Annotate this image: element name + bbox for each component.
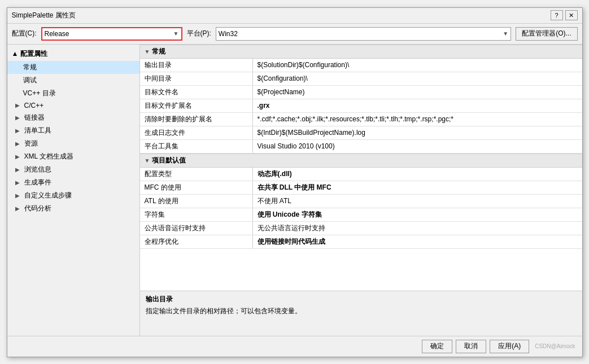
platform-label: 平台(P): bbox=[187, 29, 211, 38]
config-manager-button[interactable]: 配置管理器(O)... bbox=[516, 27, 577, 41]
platform-dropdown[interactable]: Win32 ▼ bbox=[216, 27, 511, 41]
tree-item-label: 链接器 bbox=[24, 113, 45, 122]
prop-value: $(IntDir)$(MSBuildProjectName).log bbox=[253, 126, 582, 139]
tree-item[interactable]: ▶代码分析 bbox=[7, 202, 139, 215]
tree-expand-arrow: ▶ bbox=[15, 179, 22, 186]
prop-name: 中间目录 bbox=[140, 72, 253, 85]
prop-value: 使用 Unicode 字符集 bbox=[253, 208, 582, 221]
tree-item[interactable]: ▶生成事件 bbox=[7, 176, 139, 189]
bottom-bar: 确定 取消 应用(A) CSDN@Aimock bbox=[7, 336, 582, 357]
tree-item-label: 资源 bbox=[24, 139, 38, 148]
apply-button[interactable]: 应用(A) bbox=[490, 340, 529, 353]
prop-value: 无公共语言运行时支持 bbox=[253, 222, 582, 235]
config-label: 配置(C): bbox=[12, 29, 37, 38]
tree-expand-arrow: ▶ bbox=[15, 192, 22, 199]
description-area: 输出目录 指定输出文件目录的相对路径；可以包含环境变量。 bbox=[140, 291, 582, 336]
prop-row[interactable]: 目标文件名$(ProjectName) bbox=[140, 86, 582, 99]
prop-name: 配置类型 bbox=[140, 168, 253, 181]
tree-item-label: XML 文档生成器 bbox=[24, 152, 74, 161]
section-expand-arrow: ▼ bbox=[145, 157, 150, 164]
prop-name: MFC 的使用 bbox=[140, 181, 253, 194]
title-bar: SimplePalette 属性页 ? ✕ bbox=[7, 8, 582, 24]
section-title: 常规 bbox=[152, 47, 165, 56]
prop-row[interactable]: 全程序优化使用链接时间代码生成 bbox=[140, 235, 582, 249]
prop-row[interactable]: 输出目录$(SolutionDir)$(Configuration)\ bbox=[140, 59, 582, 72]
prop-row[interactable]: 平台工具集Visual Studio 2010 (v100) bbox=[140, 140, 582, 154]
prop-value: 使用链接时间代码生成 bbox=[253, 235, 582, 248]
prop-name: 字符集 bbox=[140, 208, 253, 221]
desc-title: 输出目录 bbox=[146, 295, 577, 304]
prop-name: 公共语音运行时支持 bbox=[140, 222, 253, 235]
prop-row[interactable]: 公共语音运行时支持无公共语言运行时支持 bbox=[140, 222, 582, 235]
tree-item-label: 调试 bbox=[23, 76, 37, 85]
config-dropdown[interactable]: Release ▼ bbox=[41, 27, 182, 41]
prop-row[interactable]: 中间目录$(Configuration)\ bbox=[140, 72, 582, 86]
main-area: ▲ 配置属性 常规调试VC++ 目录▶C/C++▶链接器▶清单工具▶资源▶XML… bbox=[7, 45, 582, 336]
props-section-header[interactable]: ▼项目默认值 bbox=[140, 154, 582, 168]
prop-name: 平台工具集 bbox=[140, 140, 253, 153]
cancel-button[interactable]: 取消 bbox=[456, 340, 486, 353]
tree-item[interactable]: 常规 bbox=[7, 61, 139, 74]
tree-item-label: C/C++ bbox=[24, 102, 44, 109]
tree-item-label: 浏览信息 bbox=[24, 165, 51, 174]
tree-expand-arrow: ▶ bbox=[15, 154, 22, 160]
prop-name: 清除时要删除的扩展名 bbox=[140, 113, 253, 126]
prop-value: 不使用 ATL bbox=[253, 195, 582, 208]
tree-item-label: 清单工具 bbox=[24, 126, 51, 135]
tree-item[interactable]: ▶资源 bbox=[7, 137, 139, 150]
prop-name: ATL 的使用 bbox=[140, 195, 253, 208]
prop-row[interactable]: 字符集使用 Unicode 字符集 bbox=[140, 208, 582, 222]
prop-row[interactable]: 目标文件扩展名.grx bbox=[140, 99, 582, 113]
section-title: 项目默认值 bbox=[152, 156, 186, 165]
tree-item-label: 生成事件 bbox=[24, 178, 51, 187]
tree-item[interactable]: ▶浏览信息 bbox=[7, 163, 139, 176]
tree-item[interactable]: ▶链接器 bbox=[7, 111, 139, 124]
tree-expand-arrow: ▶ bbox=[15, 166, 22, 173]
props-section-header[interactable]: ▼常规 bbox=[140, 45, 582, 59]
props-table: ▼常规输出目录$(SolutionDir)$(Configuration)\中间… bbox=[140, 45, 582, 291]
prop-value: $(SolutionDir)$(Configuration)\ bbox=[253, 59, 582, 72]
tree-item[interactable]: VC++ 目录 bbox=[7, 87, 139, 100]
tree-item-label: 常规 bbox=[23, 63, 37, 72]
tree-item[interactable]: ▶XML 文档生成器 bbox=[7, 150, 139, 163]
prop-value: 动态库(.dll) bbox=[253, 168, 582, 181]
prop-name: 目标文件名 bbox=[140, 86, 253, 99]
dialog: SimplePalette 属性页 ? ✕ 配置(C): Release ▼ 平… bbox=[7, 7, 583, 357]
desc-text: 指定输出文件目录的相对路径；可以包含环境变量。 bbox=[146, 306, 577, 316]
tree-expand-arrow: ▶ bbox=[15, 128, 22, 134]
prop-row[interactable]: 配置类型动态库(.dll) bbox=[140, 168, 582, 181]
help-button[interactable]: ? bbox=[551, 10, 563, 20]
tree-expand-arrow: ▶ bbox=[15, 102, 22, 108]
prop-name: 全程序优化 bbox=[140, 235, 253, 248]
left-panel: ▲ 配置属性 常规调试VC++ 目录▶C/C++▶链接器▶清单工具▶资源▶XML… bbox=[7, 45, 140, 336]
tree-expand-arrow: ▶ bbox=[15, 141, 22, 147]
tree-item[interactable]: ▶C/C++ bbox=[7, 100, 139, 111]
platform-dropdown-value: Win32 bbox=[219, 30, 238, 38]
prop-row[interactable]: ATL 的使用不使用 ATL bbox=[140, 195, 582, 208]
tree-expand-arrow: ▶ bbox=[15, 115, 22, 121]
tree-item[interactable]: 调试 bbox=[7, 74, 139, 87]
tree-item[interactable]: ▶自定义生成步骤 bbox=[7, 189, 139, 202]
tree-item-label: 自定义生成步骤 bbox=[24, 191, 72, 200]
prop-row[interactable]: 生成日志文件$(IntDir)$(MSBuildProjectName).log bbox=[140, 126, 582, 140]
tree-item[interactable]: ▶清单工具 bbox=[7, 124, 139, 137]
toolbar-row: 配置(C): Release ▼ 平台(P): Win32 ▼ 配置管理器(O)… bbox=[7, 24, 582, 45]
title-buttons: ? ✕ bbox=[551, 10, 578, 20]
prop-value: Visual Studio 2010 (v100) bbox=[253, 140, 582, 153]
tree-section-header: ▲ 配置属性 bbox=[7, 47, 139, 61]
prop-row[interactable]: MFC 的使用在共享 DLL 中使用 MFC bbox=[140, 181, 582, 195]
tree-item-label: VC++ 目录 bbox=[23, 89, 56, 98]
prop-value: 在共享 DLL 中使用 MFC bbox=[253, 181, 582, 194]
prop-value: .grx bbox=[253, 99, 582, 112]
close-button[interactable]: ✕ bbox=[565, 10, 578, 20]
dialog-title: SimplePalette 属性页 bbox=[12, 11, 76, 20]
ok-button[interactable]: 确定 bbox=[422, 340, 452, 353]
prop-value: *.cdf;*.cache;*.obj;*.ilk;*.resources;*.… bbox=[253, 113, 582, 126]
prop-row[interactable]: 清除时要删除的扩展名*.cdf;*.cache;*.obj;*.ilk;*.re… bbox=[140, 113, 582, 126]
prop-name: 目标文件扩展名 bbox=[140, 99, 253, 112]
watermark: CSDN@Aimock bbox=[533, 343, 577, 349]
prop-name: 输出目录 bbox=[140, 59, 253, 72]
tree-item-label: 代码分析 bbox=[24, 204, 51, 213]
prop-value: $(ProjectName) bbox=[253, 86, 582, 99]
platform-dropdown-arrow: ▼ bbox=[503, 30, 508, 37]
